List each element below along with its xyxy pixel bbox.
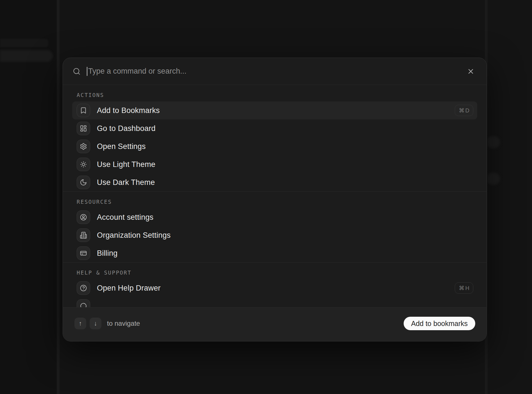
message-circle-icon	[77, 299, 90, 307]
add-to-bookmarks-button[interactable]: Add to bookmarks	[404, 317, 476, 330]
command-item-label: Open Help Drawer	[97, 284, 161, 293]
command-item[interactable]: Open Help Drawer⌘H	[72, 279, 477, 297]
section-header: ACTIONS	[72, 85, 477, 101]
search-input[interactable]	[88, 67, 461, 76]
dashboard-icon	[77, 122, 90, 135]
command-item[interactable]: Use Dark Theme	[72, 173, 477, 191]
search-icon	[72, 67, 81, 76]
navigate-hint: to navigate	[107, 320, 140, 327]
command-item-label: Use Dark Theme	[97, 178, 155, 187]
section-header: HELP & SUPPORT	[72, 262, 477, 279]
close-icon	[467, 67, 475, 75]
command-item-label: Open Settings	[97, 142, 146, 151]
search-row	[63, 58, 486, 85]
command-item-label: Account settings	[97, 213, 153, 222]
building-icon	[77, 228, 90, 242]
command-item[interactable]: Use Light Theme	[72, 155, 477, 173]
command-item-label: Add to Bookmarks	[97, 106, 160, 115]
command-item-label: Billing	[97, 249, 117, 258]
command-item[interactable]: Go to Dashboard	[72, 119, 477, 137]
arrow-up-key[interactable]: ↑	[74, 318, 86, 329]
modal-footer: ↑ ↓ to navigate Add to bookmarks	[63, 307, 486, 341]
bookmark-icon	[77, 104, 90, 117]
command-item[interactable]: Organization Settings	[72, 226, 477, 244]
close-button[interactable]	[465, 66, 476, 77]
moon-icon	[77, 176, 90, 189]
command-item[interactable]: Billing	[72, 244, 477, 262]
command-item[interactable]: Open Settings	[72, 137, 477, 155]
gear-icon	[77, 140, 90, 153]
sun-icon	[77, 158, 90, 171]
command-palette: ACTIONSAdd to Bookmarks⌘DGo to Dashboard…	[63, 58, 487, 341]
command-item[interactable]: Account settings	[72, 208, 477, 226]
command-item[interactable]	[72, 297, 477, 307]
command-item-label: Use Light Theme	[97, 160, 155, 169]
command-item[interactable]: Add to Bookmarks⌘D	[72, 101, 477, 119]
user-circle-icon	[77, 210, 90, 224]
command-list: ACTIONSAdd to Bookmarks⌘DGo to Dashboard…	[63, 85, 486, 307]
credit-card-icon	[77, 246, 90, 260]
help-circle-icon	[77, 281, 90, 295]
arrow-down-key[interactable]: ↓	[90, 318, 101, 329]
text-caret	[87, 67, 87, 76]
shortcut-badge: ⌘D	[455, 105, 473, 116]
command-item-label: Go to Dashboard	[97, 124, 156, 133]
shortcut-badge: ⌘H	[455, 282, 473, 294]
command-item-label: Organization Settings	[97, 231, 170, 240]
section-header: RESOURCES	[72, 192, 477, 208]
